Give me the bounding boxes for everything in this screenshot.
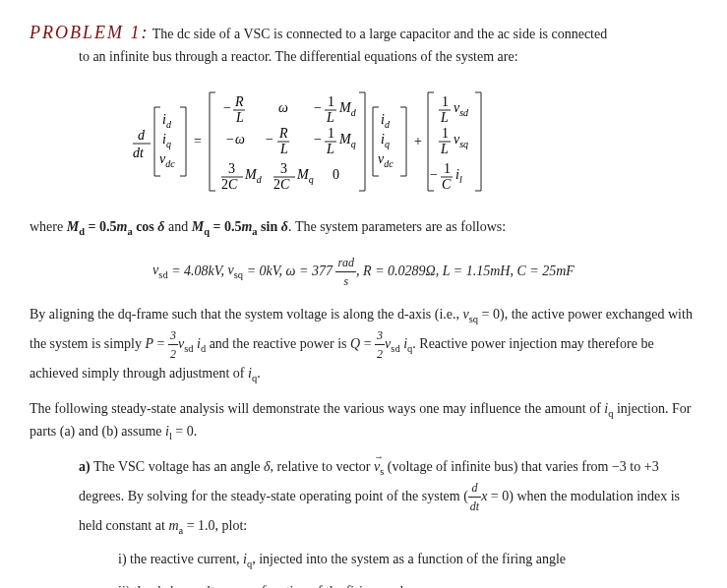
svg-text:2C: 2C <box>273 177 290 192</box>
problem-label: PROBLEM 1: <box>30 23 149 42</box>
svg-text:L: L <box>440 110 449 125</box>
svg-text:dt: dt <box>133 146 145 160</box>
modulation-relations: where Md = 0.5ma cos δ and Mq = 0.5ma si… <box>30 216 697 240</box>
p1e: . <box>257 366 261 381</box>
part-a: a) The VSC voltage has an angle δ, relat… <box>79 456 697 539</box>
intro-line-1: The dc side of a VSC is connected to a l… <box>152 27 607 41</box>
part-a-i-tail: , injected into the system as a function… <box>252 552 566 566</box>
svg-text:id: id <box>381 112 391 130</box>
relations-before: where <box>30 219 67 234</box>
svg-text:2C: 2C <box>221 177 238 192</box>
svg-text:ω: ω <box>235 132 245 147</box>
svg-text:−: − <box>266 132 273 147</box>
problem-intro: PROBLEM 1: The dc side of a VSC is conne… <box>30 20 697 67</box>
part-a-label: a) <box>79 459 91 474</box>
svg-text:vsd: vsd <box>454 100 469 118</box>
svg-text:1: 1 <box>328 94 334 109</box>
p1a: By aligning the dq-frame such that the s… <box>30 307 463 322</box>
svg-text:vsq: vsq <box>454 132 468 149</box>
svg-text:1: 1 <box>444 161 451 176</box>
part-a-ii: ii) the dc bus voltage as a function of … <box>118 581 697 588</box>
svg-text:L: L <box>326 142 334 156</box>
svg-text:3: 3 <box>228 161 235 176</box>
svg-text:−: − <box>430 167 438 182</box>
svg-text:−: − <box>223 100 231 115</box>
steady-state-intro: The following steady-state analysis will… <box>30 398 697 444</box>
p2c: . <box>194 424 198 439</box>
svg-text:R: R <box>278 126 288 141</box>
p1c: and the reactive power is <box>206 336 350 351</box>
svg-text:1: 1 <box>328 126 334 141</box>
svg-text:−: − <box>314 132 322 147</box>
state-space-equation: d dt id iq vdc = − R L ω − 1 L Md −ω − R… <box>30 83 697 201</box>
parameter-values: vsd = 4.08kV, vsq = 0kV, ω = 377 rads, R… <box>30 254 697 290</box>
svg-text:+: + <box>414 134 422 148</box>
svg-text:ω: ω <box>278 100 288 115</box>
part-a-ii-text: ii) the dc bus voltage as a function of … <box>118 584 410 588</box>
svg-text:Md: Md <box>338 100 357 118</box>
svg-text:R: R <box>234 94 244 109</box>
relations-after: . The system parameters are as follows: <box>288 219 506 234</box>
svg-text:3: 3 <box>280 161 287 176</box>
svg-text:L: L <box>279 142 288 156</box>
svg-text:vdc: vdc <box>159 151 175 169</box>
svg-text:iq: iq <box>162 132 171 149</box>
svg-text:C: C <box>442 177 452 192</box>
part-a-t1: The VSC voltage has an angle <box>91 459 264 474</box>
svg-text:Mq: Mq <box>338 132 356 149</box>
svg-text:d: d <box>138 128 146 143</box>
part-a-i-label: i) the reactive current, <box>118 552 243 566</box>
svg-text:0: 0 <box>333 167 339 182</box>
part-a-t5: , plot: <box>215 518 248 533</box>
svg-text:L: L <box>326 110 334 125</box>
svg-text:Md: Md <box>244 167 263 185</box>
part-a-t2: , relative to vector <box>271 459 374 474</box>
svg-text:L: L <box>235 110 244 125</box>
relations-and: and <box>168 219 192 234</box>
svg-text:vdc: vdc <box>378 151 394 169</box>
intro-line-2: to an infinite bus through a reactor. Th… <box>79 46 697 67</box>
svg-text:−: − <box>314 100 322 115</box>
svg-text:id: id <box>162 112 172 130</box>
svg-text:Mq: Mq <box>296 167 314 185</box>
p2a: The following steady-state analysis will… <box>30 401 604 416</box>
svg-text:iq: iq <box>381 132 390 149</box>
svg-text:=: = <box>194 134 202 148</box>
svg-text:il: il <box>455 167 462 185</box>
part-a-i: i) the reactive current, iq, injected in… <box>118 549 697 572</box>
svg-text:1: 1 <box>442 126 449 141</box>
svg-text:L: L <box>440 142 449 156</box>
svg-text:1: 1 <box>442 94 449 109</box>
svg-text:−: − <box>226 132 234 147</box>
pq-explanation: By aligning the dq-frame such that the s… <box>30 304 697 386</box>
